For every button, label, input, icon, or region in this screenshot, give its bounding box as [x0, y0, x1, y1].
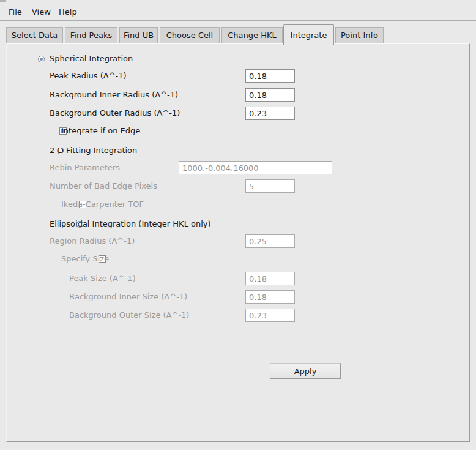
ellipsoidal-integration-label: Ellipsoidal Integration (Integer HKL onl… — [50, 219, 211, 229]
peak-size-label: Peak Size (A^-1) — [69, 274, 136, 283]
background-inner-size-input[interactable] — [245, 290, 295, 304]
peak-size-input[interactable] — [245, 272, 295, 285]
background-outer-radius-label: Background Outer Radius (A^-1) — [50, 108, 180, 118]
background-inner-size-label: Background Inner Size (A^-1) — [69, 292, 187, 302]
peak-radius-label: Peak Radius (A^-1) — [50, 71, 127, 81]
menu-bar: File View Help — [0, 0, 476, 20]
tab-find-ub[interactable]: Find UB — [119, 27, 158, 43]
tab-select-data[interactable]: Select Data — [6, 27, 63, 43]
rebin-parameters-input[interactable] — [179, 161, 332, 174]
tab-find-peaks[interactable]: Find Peaks — [65, 27, 117, 43]
tab-point-info[interactable]: Point Info — [335, 27, 384, 43]
region-radius-input[interactable] — [245, 234, 295, 248]
region-radius-label: Region Radius (A^-1) — [50, 236, 135, 246]
menu-separator — [0, 20, 476, 21]
bad-edge-pixels-label: Number of Bad Edge Pixels — [50, 181, 157, 191]
background-inner-radius-label: Background Inner Radius (A^-1) — [50, 90, 178, 100]
background-outer-radius-input[interactable] — [245, 107, 295, 120]
specify-size-label: Specify Size — [61, 254, 109, 264]
tab-integrate[interactable]: Integrate — [283, 24, 334, 45]
fitting-2d-label: 2-D Fitting Integration — [50, 146, 137, 156]
menu-view[interactable]: View — [32, 7, 51, 17]
integrate-if-on-edge-label: Integrate if on Edge — [61, 126, 140, 136]
rebin-parameters-label: Rebin Parameters — [50, 163, 120, 173]
spherical-integration-label: Spherical Integration — [50, 54, 133, 64]
integrate-window: File View Help Select Data Find Peaks Fi… — [0, 0, 476, 450]
background-outer-size-input[interactable] — [245, 309, 295, 322]
apply-button[interactable]: Apply — [270, 363, 341, 379]
bad-edge-pixels-input[interactable] — [245, 179, 295, 193]
peak-radius-input[interactable] — [245, 69, 295, 83]
menu-file[interactable]: File — [9, 7, 22, 17]
tab-choose-cell[interactable]: Choose Cell — [160, 27, 220, 43]
menu-help[interactable]: Help — [59, 7, 77, 17]
background-outer-size-label: Background Outer Size (A^-1) — [69, 310, 189, 320]
ikeda-carpenter-label: Ikeda-Carpenter TOF — [61, 200, 144, 209]
background-inner-radius-input[interactable] — [245, 88, 295, 102]
spherical-integration-radio[interactable] — [38, 56, 45, 62]
tab-change-hkl[interactable]: Change HKL — [221, 27, 283, 43]
